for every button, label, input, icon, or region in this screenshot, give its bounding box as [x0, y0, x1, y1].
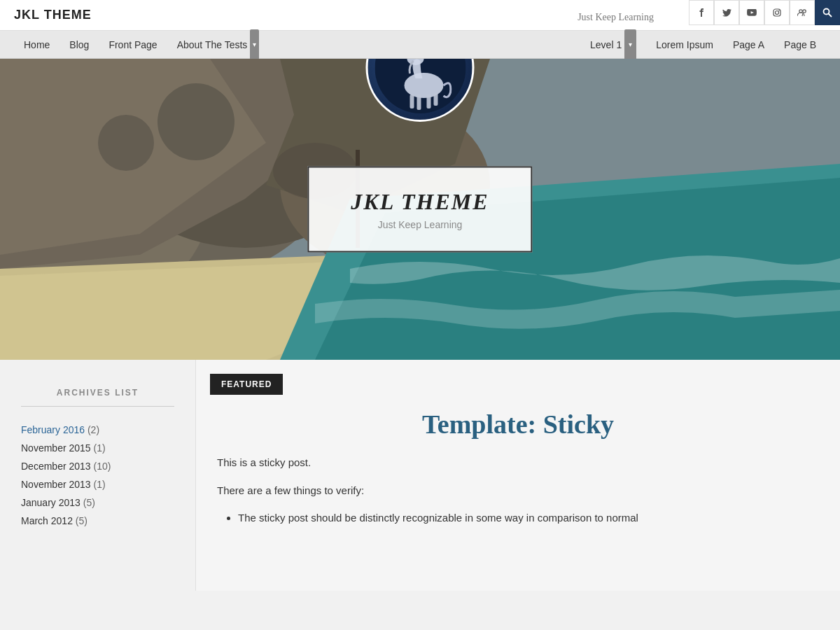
archive-feb-2016-link[interactable]: February 2016: [21, 424, 85, 435]
nav-blog[interactable]: Blog: [59, 31, 99, 59]
archive-jan-2013[interactable]: January 2013 (5): [21, 493, 174, 512]
archive-dec-2013[interactable]: December 2013 (10): [21, 457, 174, 475]
post-body: This is a sticky post. There are a few t…: [217, 454, 819, 527]
search-button[interactable]: [815, 0, 840, 25]
svg-rect-32: [433, 93, 438, 106]
nav-front-page[interactable]: Front Page: [99, 31, 167, 59]
hero-title-box: JKL THEME Just Keep Learning: [307, 167, 532, 253]
level1-dropdown-arrow: ▾: [624, 29, 636, 60]
archive-feb-2016-count: (2): [88, 424, 99, 435]
archive-nov-2013[interactable]: November 2013 (1): [21, 475, 174, 493]
tagline-top: Just Keep Learning: [578, 12, 654, 23]
nav-level1[interactable]: Level 1 ▾: [580, 31, 646, 59]
archive-mar-2012-count: (5): [76, 515, 88, 526]
instagram-icon[interactable]: [764, 0, 790, 25]
nav-right: Level 1 ▾ Lorem Ipsum Page A Page B: [580, 31, 826, 59]
hero-section: JKL THEME Just Keep Learning: [0, 59, 840, 360]
youtube-icon[interactable]: [739, 0, 764, 25]
archives-divider: [21, 406, 174, 407]
post-area: Template: Sticky This is a sticky post. …: [196, 395, 840, 552]
post-intro-2: There are a few things to verify:: [217, 482, 819, 500]
nav-home[interactable]: Home: [14, 31, 59, 59]
svg-rect-31: [426, 94, 430, 108]
archive-mar-2012[interactable]: March 2012 (5): [21, 512, 174, 530]
svg-point-1: [776, 11, 779, 15]
twitter-icon[interactable]: [714, 0, 739, 25]
about-tests-dropdown-arrow: ▾: [250, 29, 259, 60]
nav-about-tests[interactable]: About The Tests ▾: [167, 31, 270, 59]
sidebar: ARCHIVES LIST February 2016 (2) November…: [0, 360, 196, 591]
nav-lorem-ipsum[interactable]: Lorem Ipsum: [646, 31, 723, 59]
social-icons: [689, 0, 840, 25]
main-content: FEATURED Template: Sticky This is a stic…: [196, 360, 840, 591]
group-icon[interactable]: [790, 0, 815, 25]
svg-point-2: [778, 10, 780, 11]
svg-point-21: [98, 115, 154, 171]
archives-title: ARCHIVES LIST: [21, 388, 174, 398]
nav-bar: Home Blog Front Page About The Tests ▾ L…: [0, 31, 840, 59]
hero-site-title: JKL THEME: [351, 189, 489, 215]
archive-nov-2013-count: (1): [94, 479, 106, 490]
post-intro-1: This is a sticky post.: [217, 454, 819, 472]
content-area: ARCHIVES LIST February 2016 (2) November…: [0, 360, 840, 591]
facebook-icon[interactable]: [689, 0, 714, 25]
archive-nov-2015[interactable]: November 2015 (1): [21, 439, 174, 457]
featured-badge: FEATURED: [210, 374, 283, 395]
svg-rect-29: [410, 94, 414, 108]
archive-dec-2013-count: (10): [94, 461, 111, 472]
top-bar: JKL THEME Just Keep Learning: [0, 0, 840, 31]
hero-tagline: Just Keep Learning: [351, 219, 489, 230]
post-bullet-1: The sticky post should be distinctly rec…: [238, 509, 819, 527]
svg-point-22: [158, 83, 234, 160]
svg-point-4: [803, 10, 806, 13]
svg-point-5: [824, 9, 830, 15]
archive-jan-2013-count: (5): [83, 497, 95, 508]
archive-feb-2016[interactable]: February 2016 (2): [21, 421, 174, 439]
site-title-top: JKL THEME: [14, 8, 92, 22]
nav-page-b[interactable]: Page B: [774, 31, 826, 59]
svg-rect-30: [416, 94, 421, 110]
archive-nov-2015-count: (1): [94, 442, 106, 454]
post-title: Template: Sticky: [217, 409, 819, 440]
nav-page-a[interactable]: Page A: [723, 31, 774, 59]
svg-line-6: [829, 14, 832, 18]
